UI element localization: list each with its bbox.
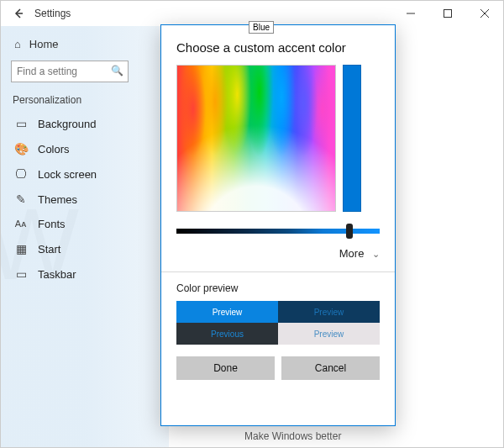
themes-icon: ✎	[14, 192, 28, 206]
sidebar-item-label: Taskbar	[38, 268, 76, 281]
fonts-icon: Aᴀ	[14, 219, 28, 229]
more-label: More	[339, 247, 365, 260]
window-title: Settings	[34, 8, 71, 19]
preview-tile-light-bg: Preview	[278, 323, 380, 345]
done-button[interactable]: Done	[176, 356, 275, 380]
divider	[161, 271, 395, 272]
sidebar-item-label: Lock screen	[38, 168, 97, 181]
sidebar-item-colors[interactable]: 🎨 Colors	[11, 136, 162, 161]
sidebar-item-themes[interactable]: ✎ Themes	[11, 187, 162, 212]
hue-slider[interactable]	[343, 65, 361, 212]
color-preview-grid: Preview Preview Previous Preview	[176, 301, 380, 345]
footer-hint: Make Windows better	[244, 430, 341, 442]
minimize-button[interactable]	[392, 1, 429, 26]
search-icon: 🔍	[111, 65, 123, 76]
back-button[interactable]	[8, 3, 29, 24]
value-slider[interactable]	[176, 229, 380, 234]
close-button[interactable]	[466, 1, 503, 26]
taskbar-icon: ▭	[14, 267, 28, 281]
sidebar: ⌂ Home 🔍 Personalization ▭ Background 🎨 …	[1, 26, 169, 447]
sidebar-home[interactable]: ⌂ Home	[11, 33, 162, 55]
palette-icon: 🎨	[14, 142, 28, 155]
color-picker-dialog: Choose a custom accent color More ⌄ Colo…	[160, 24, 396, 426]
preview-tile-dark-accent: Preview	[278, 301, 380, 323]
sidebar-item-start[interactable]: ▦ Start	[11, 236, 162, 261]
chevron-down-icon: ⌄	[372, 249, 380, 259]
sidebar-item-label: Start	[38, 243, 60, 256]
sidebar-item-lock-screen[interactable]: 🖵 Lock screen	[11, 161, 162, 187]
maximize-button[interactable]	[429, 1, 466, 26]
sidebar-item-background[interactable]: ▭ Background	[11, 111, 162, 136]
more-toggle[interactable]: More ⌄	[176, 247, 380, 260]
dialog-title: Choose a custom accent color	[176, 40, 380, 55]
arrow-left-icon	[13, 8, 24, 19]
minimize-icon	[407, 9, 415, 18]
sidebar-section-header: Personalization	[13, 94, 162, 106]
sidebar-home-label: Home	[29, 38, 59, 50]
preview-tile-light-accent: Preview	[176, 301, 278, 323]
cancel-button[interactable]: Cancel	[281, 356, 380, 380]
preview-tile-dark-bg: Previous	[176, 323, 278, 345]
sidebar-item-label: Fonts	[38, 218, 66, 230]
svg-rect-1	[444, 10, 452, 18]
maximize-icon	[444, 9, 452, 18]
color-canvas-gradient	[177, 66, 335, 211]
slider-thumb[interactable]	[346, 224, 353, 239]
home-icon: ⌂	[14, 38, 21, 50]
sidebar-item-taskbar[interactable]: ▭ Taskbar	[11, 261, 162, 287]
picture-icon: ▭	[14, 117, 28, 130]
color-canvas[interactable]	[176, 65, 336, 212]
sidebar-search: 🔍	[11, 61, 162, 82]
sidebar-item-label: Colors	[38, 143, 70, 155]
close-icon	[480, 9, 489, 18]
lock-icon: 🖵	[14, 167, 28, 181]
color-tooltip: Blue	[249, 21, 274, 34]
sidebar-item-label: Background	[38, 118, 96, 130]
sidebar-item-label: Themes	[38, 193, 77, 206]
start-icon: ▦	[14, 242, 28, 256]
sidebar-item-fonts[interactable]: Aᴀ Fonts	[11, 212, 162, 236]
preview-header: Color preview	[176, 282, 380, 294]
